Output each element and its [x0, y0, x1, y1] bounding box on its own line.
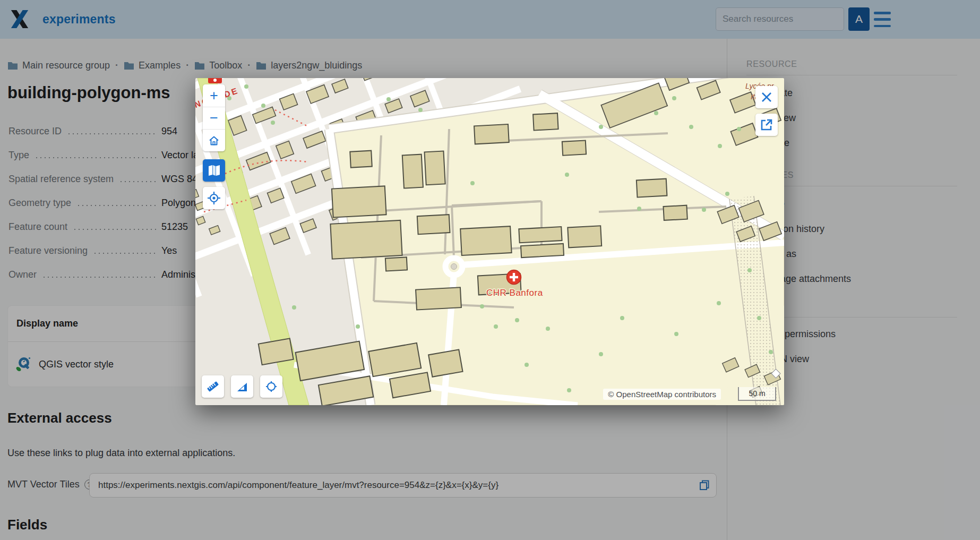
- open-in-new-icon: [760, 118, 773, 131]
- measure-distance-button[interactable]: [202, 375, 224, 398]
- measure-area-button[interactable]: [231, 375, 253, 398]
- geolocate-icon: [207, 191, 221, 205]
- app-root: experiments A Main resource group ·: [0, 0, 980, 540]
- cursor-coordinates-button[interactable]: [260, 375, 282, 398]
- home-icon: [208, 135, 220, 147]
- zoom-out-button[interactable]: −: [203, 107, 225, 129]
- layers-map-icon: [208, 164, 220, 177]
- scale-bar: 50 m: [738, 387, 776, 401]
- map-label-hospital: CHR Banfora: [486, 288, 543, 298]
- zoom-in-button[interactable]: +: [203, 84, 225, 107]
- geolocate-button[interactable]: [203, 187, 225, 209]
- basemap-layers-button[interactable]: [203, 159, 225, 182]
- map-preview-dialog: CONCORDE Lycée pr Ita CHR Banfora + −: [195, 78, 784, 405]
- map-attribution[interactable]: © OpenStreetMap contributors: [603, 389, 721, 400]
- hospital-marker: [507, 270, 521, 285]
- open-in-new-window-button[interactable]: [755, 114, 778, 136]
- set-square-icon: [235, 380, 249, 393]
- zoom-control: + −: [203, 84, 225, 151]
- coordinates-icon: [264, 380, 278, 393]
- close-preview-button[interactable]: [755, 86, 778, 108]
- map-canvas[interactable]: CONCORDE Lycée pr Ita CHR Banfora: [195, 78, 784, 405]
- ruler-icon: [206, 380, 220, 393]
- close-icon: [761, 91, 772, 103]
- home-extent-button[interactable]: [203, 129, 225, 151]
